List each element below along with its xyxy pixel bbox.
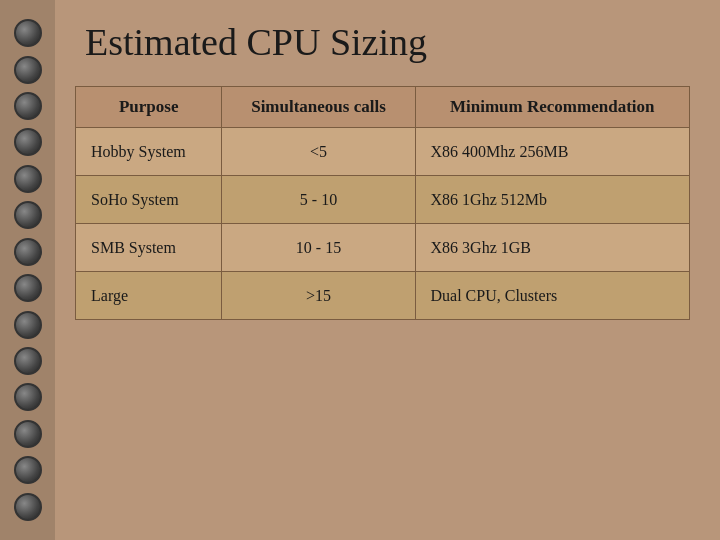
spiral-ring: [14, 456, 42, 484]
cell-minimum-recommendation: Dual CPU, Clusters: [415, 272, 689, 320]
page-title: Estimated CPU Sizing: [85, 20, 690, 64]
cpu-sizing-table: Purpose Simultaneous calls Minimum Recom…: [75, 86, 690, 320]
table-row: SMB System10 - 15X86 3Ghz 1GB: [76, 224, 690, 272]
content-area: Estimated CPU Sizing Purpose Simultaneou…: [55, 0, 720, 540]
spiral-ring: [14, 493, 42, 521]
spiral-ring: [14, 19, 42, 47]
cell-purpose: Hobby System: [76, 128, 222, 176]
spiral-ring: [14, 238, 42, 266]
cell-simultaneous-calls: 10 - 15: [222, 224, 415, 272]
header-purpose: Purpose: [76, 87, 222, 128]
spiral-ring: [14, 420, 42, 448]
spiral-ring: [14, 92, 42, 120]
header-minimum-recommendation: Minimum Recommendation: [415, 87, 689, 128]
cell-simultaneous-calls: >15: [222, 272, 415, 320]
cell-purpose: Large: [76, 272, 222, 320]
spiral-ring: [14, 165, 42, 193]
spiral-ring: [14, 201, 42, 229]
table-header-row: Purpose Simultaneous calls Minimum Recom…: [76, 87, 690, 128]
spiral-ring: [14, 383, 42, 411]
spiral-ring: [14, 56, 42, 84]
spiral-ring: [14, 347, 42, 375]
cell-minimum-recommendation: X86 1Ghz 512Mb: [415, 176, 689, 224]
header-simultaneous-calls: Simultaneous calls: [222, 87, 415, 128]
cell-minimum-recommendation: X86 3Ghz 1GB: [415, 224, 689, 272]
spiral-ring: [14, 311, 42, 339]
cell-minimum-recommendation: X86 400Mhz 256MB: [415, 128, 689, 176]
spiral-ring: [14, 128, 42, 156]
cell-purpose: SoHo System: [76, 176, 222, 224]
spiral-ring: [14, 274, 42, 302]
table-row: SoHo System5 - 10X86 1Ghz 512Mb: [76, 176, 690, 224]
cell-simultaneous-calls: 5 - 10: [222, 176, 415, 224]
cell-purpose: SMB System: [76, 224, 222, 272]
table-row: Hobby System<5X86 400Mhz 256MB: [76, 128, 690, 176]
spiral-binding: [0, 0, 55, 540]
cell-simultaneous-calls: <5: [222, 128, 415, 176]
table-row: Large>15Dual CPU, Clusters: [76, 272, 690, 320]
